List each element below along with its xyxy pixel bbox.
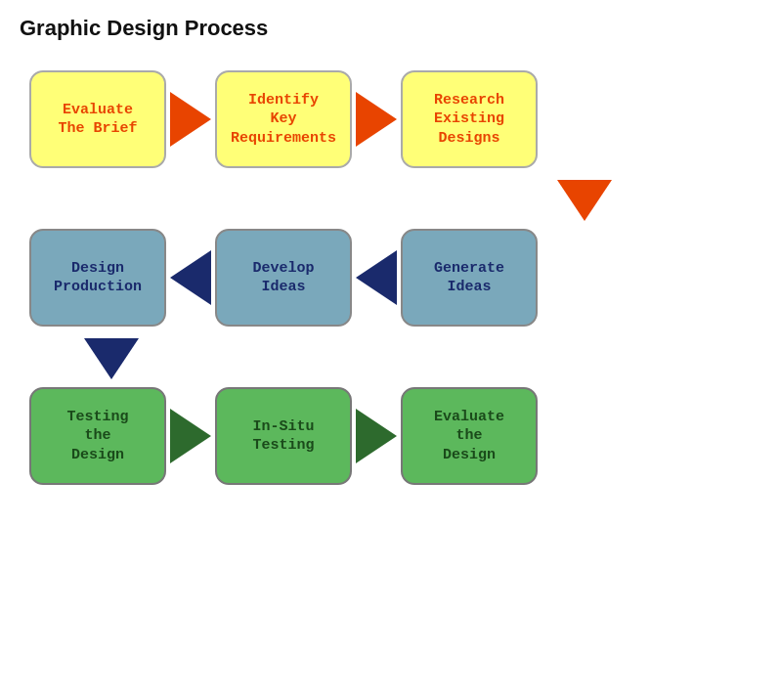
- box-testing-design: TestingtheDesign: [29, 387, 166, 485]
- box-research-designs: ResearchExistingDesigns: [401, 70, 538, 168]
- diagram: EvaluateThe Brief IdentifyKeyRequirement…: [20, 70, 760, 485]
- row-2: DesignProduction DevelopIdeas GenerateId…: [29, 229, 760, 327]
- dark-arrow-1: [170, 250, 211, 305]
- row-1: EvaluateThe Brief IdentifyKeyRequirement…: [29, 70, 760, 168]
- box-design-production: DesignProduction: [29, 229, 166, 327]
- box-generate-ideas: GenerateIdeas: [401, 229, 538, 327]
- down-arrow-dark: [84, 338, 139, 379]
- box-develop-ideas: DevelopIdeas: [215, 229, 352, 327]
- box-evaluate-brief: EvaluateThe Brief: [29, 70, 166, 168]
- box-identify-key: IdentifyKeyRequirements: [215, 70, 352, 168]
- row-3: TestingtheDesign In-SituTesting Evaluate…: [29, 387, 760, 485]
- orange-arrow-1: [170, 92, 211, 147]
- down-arrow-dark-container: [29, 334, 760, 379]
- box-evaluate-design: EvaluatetheDesign: [401, 387, 538, 485]
- green-arrow-1: [170, 409, 211, 463]
- box-in-situ-testing: In-SituTesting: [215, 387, 352, 485]
- down-arrow-orange: [557, 180, 612, 221]
- down-arrow-orange-container: [29, 176, 760, 221]
- page-title: Graphic Design Process: [20, 16, 760, 41]
- green-arrow-2: [356, 409, 397, 463]
- dark-arrow-2: [356, 250, 397, 305]
- orange-arrow-2: [356, 92, 397, 147]
